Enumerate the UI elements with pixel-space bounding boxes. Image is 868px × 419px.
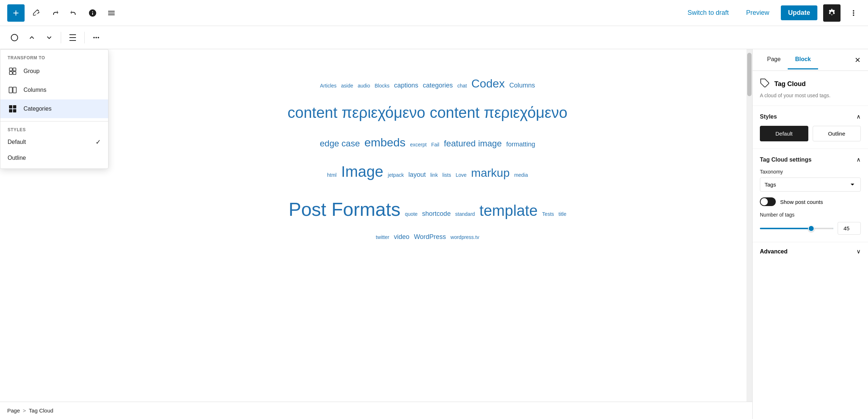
dropdown-separator xyxy=(0,121,108,121)
svg-rect-8 xyxy=(9,109,12,112)
number-of-tags-label: Number of tags xyxy=(760,212,861,218)
svg-rect-5 xyxy=(13,87,16,93)
tag-chat[interactable]: chat xyxy=(457,83,467,89)
scrollbar-track[interactable] xyxy=(746,49,752,419)
svg-rect-1 xyxy=(13,68,16,71)
tag-content1[interactable]: content περιεχόμενο xyxy=(288,104,425,121)
page-tab[interactable]: Page xyxy=(760,50,788,69)
tag-cloud-content: Articles aside audio Blocks captions cat… xyxy=(181,71,674,244)
number-of-tags-slider[interactable] xyxy=(760,228,833,229)
tag-post-formats[interactable]: Post Formats xyxy=(289,199,400,220)
tag-twitter[interactable]: twitter xyxy=(376,234,389,240)
tag-jetpack[interactable]: jetpack xyxy=(388,172,404,178)
tag-fail[interactable]: Fail xyxy=(431,142,439,147)
tag-title[interactable]: title xyxy=(558,211,566,217)
style-default-item[interactable]: Default ✓ xyxy=(0,134,108,150)
tag-captions[interactable]: captions xyxy=(394,82,418,89)
block-title: Tag Cloud xyxy=(774,80,806,88)
tag-love[interactable]: Love xyxy=(456,172,467,178)
style-default-button[interactable]: Default xyxy=(760,126,808,141)
update-button[interactable]: Update xyxy=(781,5,817,20)
svg-rect-2 xyxy=(9,72,12,74)
transform-categories-item[interactable]: Categories xyxy=(0,99,108,118)
tag-html[interactable]: html xyxy=(327,172,336,178)
svg-rect-9 xyxy=(13,109,16,112)
tag-wordpress-tv[interactable]: wordpress.tv xyxy=(451,234,479,240)
tag-video[interactable]: video xyxy=(394,233,409,240)
panel-header: Page Block ✕ xyxy=(753,49,868,71)
tag-formatting[interactable]: formatting xyxy=(506,141,535,148)
tag-columns[interactable]: Columns xyxy=(509,82,535,89)
tag-categories[interactable]: categories xyxy=(423,82,453,89)
taxonomy-label: Taxonomy xyxy=(760,169,861,175)
advanced-section-header[interactable]: Advanced ∨ xyxy=(753,242,868,261)
transform-group-item[interactable]: Group xyxy=(0,62,108,81)
taxonomy-select[interactable]: Tags xyxy=(760,178,861,192)
close-panel-button[interactable]: ✕ xyxy=(855,56,861,64)
right-panel: Page Block ✕ Tag Cloud A cloud of your m… xyxy=(752,49,868,419)
tag-edge-case[interactable]: edge case xyxy=(320,138,360,148)
tag-aside[interactable]: aside xyxy=(341,83,353,89)
categories-icon xyxy=(8,104,18,114)
tag-wordpress[interactable]: WordPress xyxy=(414,233,446,240)
number-of-tags-input[interactable]: 45 xyxy=(838,222,861,235)
block-title-area: Tag Cloud xyxy=(760,78,861,90)
svg-rect-6 xyxy=(9,105,12,108)
styles-grid: Default Outline xyxy=(760,126,861,141)
group-icon xyxy=(8,66,18,76)
svg-rect-3 xyxy=(13,72,16,74)
preview-button[interactable]: Preview xyxy=(740,6,775,20)
transform-columns-item[interactable]: Columns xyxy=(0,81,108,99)
main-layout: TRANSFORM TO Group xyxy=(0,49,868,419)
tag-audio[interactable]: audio xyxy=(358,83,370,89)
styles-section-header[interactable]: Styles ∧ xyxy=(760,113,861,120)
advanced-section: Advanced ∨ xyxy=(753,242,868,261)
tag-codex[interactable]: Codex xyxy=(471,77,505,90)
block-type-button[interactable] xyxy=(7,30,22,45)
tag-featured-image[interactable]: featured image xyxy=(444,138,502,148)
redo-button[interactable] xyxy=(67,6,81,20)
tag-media[interactable]: media xyxy=(514,172,528,178)
tag-blocks[interactable]: Blocks xyxy=(375,83,390,89)
info-button[interactable] xyxy=(85,6,100,20)
block-tab[interactable]: Block xyxy=(788,50,818,69)
style-outline-item[interactable]: Outline xyxy=(0,150,108,166)
move-up-button[interactable] xyxy=(25,30,39,45)
breadcrumb-separator: > xyxy=(23,407,26,414)
style-outline-button[interactable]: Outline xyxy=(813,126,861,141)
more-options-button[interactable] xyxy=(846,6,861,20)
tag-tests[interactable]: Tests xyxy=(542,211,554,217)
slider-thumb[interactable] xyxy=(808,225,814,232)
tag-layout[interactable]: layout xyxy=(408,171,426,178)
tag-lists[interactable]: lists xyxy=(442,172,451,178)
switch-to-draft-button[interactable]: Switch to draft xyxy=(682,6,735,20)
tag-template[interactable]: template xyxy=(480,202,538,219)
tag-image[interactable]: Image xyxy=(341,163,383,180)
block-description: A cloud of your most used tags. xyxy=(760,93,861,98)
tag-standard[interactable]: standard xyxy=(455,211,475,217)
show-post-counts-row: Show post counts xyxy=(760,197,861,206)
columns-label: Columns xyxy=(24,87,46,93)
tag-articles[interactable]: Articles xyxy=(320,83,337,89)
breadcrumb-page[interactable]: Page xyxy=(7,407,20,414)
tools-button[interactable] xyxy=(29,6,43,20)
top-toolbar: Switch to draft Preview Update xyxy=(0,0,868,26)
tag-link[interactable]: link xyxy=(430,172,438,178)
breadcrumb-bar: Page > Tag Cloud xyxy=(0,402,752,419)
move-down-button[interactable] xyxy=(42,30,56,45)
undo-button[interactable] xyxy=(48,6,62,20)
block-more-button[interactable] xyxy=(89,30,103,45)
tag-markup[interactable]: markup xyxy=(471,166,510,179)
list-view-button[interactable] xyxy=(104,6,119,20)
tag-quote[interactable]: quote xyxy=(405,211,418,217)
show-post-counts-toggle[interactable] xyxy=(760,197,776,206)
settings-button[interactable] xyxy=(823,4,841,22)
align-button[interactable] xyxy=(65,30,80,45)
add-block-button[interactable] xyxy=(7,4,25,22)
tag-cloud-settings-header[interactable]: Tag Cloud settings ∧ xyxy=(760,156,861,163)
tag-embeds[interactable]: embeds xyxy=(364,136,405,149)
tag-excerpt[interactable]: excerpt xyxy=(410,142,427,147)
scrollbar-thumb[interactable] xyxy=(747,53,752,96)
tag-shortcode[interactable]: shortcode xyxy=(422,210,451,217)
tag-content2[interactable]: content περιεχόμενο xyxy=(430,104,567,121)
